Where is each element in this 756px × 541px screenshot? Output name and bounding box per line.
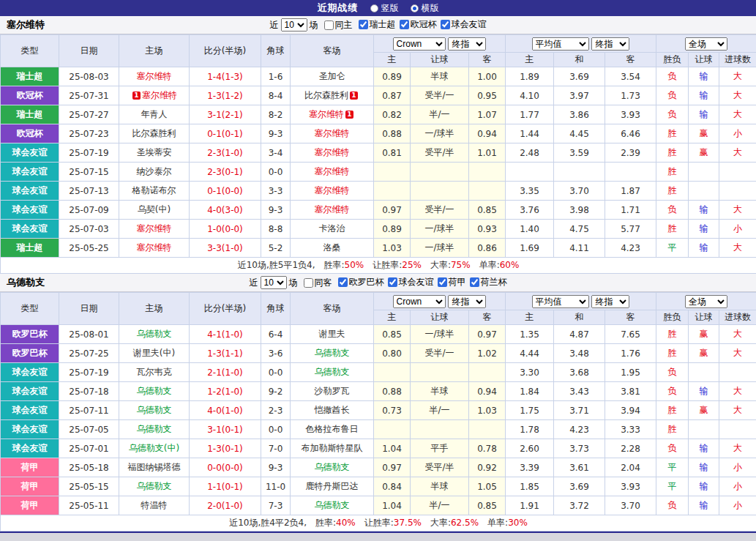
- league-type-badge[interactable]: 欧冠杯: [1, 86, 59, 105]
- team-name[interactable]: 塞尔维特: [315, 185, 350, 195]
- team-name[interactable]: 塞尔维特: [315, 166, 350, 176]
- match-score[interactable]: 2-1(1-0): [190, 363, 261, 382]
- match-score[interactable]: 1-3(1-1): [190, 344, 261, 363]
- team-name[interactable]: 塞尔维特: [142, 90, 177, 100]
- league-checkbox[interactable]: [400, 20, 409, 29]
- team-name[interactable]: 色格拉布鲁日: [306, 424, 359, 434]
- team-name[interactable]: 乌德勒支: [137, 329, 172, 339]
- match-score[interactable]: 2-3(1-0): [190, 143, 261, 163]
- match-score[interactable]: 0-1(0-0): [190, 182, 261, 201]
- league-checkbox[interactable]: [470, 277, 479, 287]
- team-name[interactable]: 乌德勒支: [137, 424, 172, 434]
- team-name[interactable]: 塞尔维特: [137, 242, 172, 253]
- team-name[interactable]: 乌德勒支: [137, 386, 172, 396]
- league-type-badge[interactable]: 荷甲: [1, 458, 59, 477]
- filter-league[interactable]: 瑞士超: [355, 18, 396, 31]
- team-name[interactable]: 比尔森胜利: [132, 128, 176, 138]
- team-name[interactable]: 纳沙泰尔: [137, 166, 172, 176]
- match-score[interactable]: 3-3(1-0): [190, 239, 261, 258]
- match-count-select[interactable]: 10: [281, 18, 307, 31]
- bookmaker-select[interactable]: Crown: [393, 37, 446, 51]
- league-type-badge[interactable]: 球会友谊: [1, 439, 59, 458]
- team-name[interactable]: 比尔森胜利: [304, 90, 348, 100]
- team-name[interactable]: 乌德勒支: [137, 405, 172, 415]
- league-type-badge[interactable]: 球会友谊: [1, 143, 59, 163]
- match-score[interactable]: 4-0(3-0): [190, 201, 261, 220]
- league-checkbox[interactable]: [359, 20, 368, 29]
- team-name[interactable]: 沙勒罗瓦: [315, 386, 350, 396]
- team-name[interactable]: 乌德勒支: [137, 481, 172, 491]
- fullmatch-select[interactable]: 全场: [685, 295, 727, 308]
- league-checkbox[interactable]: [338, 277, 348, 287]
- match-score[interactable]: 1-3(0-1): [190, 439, 261, 458]
- filter-league[interactable]: 欧罗巴杯: [334, 276, 384, 288]
- match-score[interactable]: 4-0(1-0): [190, 401, 261, 420]
- average-final-select[interactable]: 终指: [591, 37, 629, 51]
- team-name[interactable]: 塞尔维特: [315, 147, 350, 157]
- match-score[interactable]: 1-3(1-2): [190, 86, 261, 105]
- league-type-badge[interactable]: 球会友谊: [1, 363, 59, 382]
- team-name[interactable]: 特温特: [141, 500, 168, 510]
- team-name[interactable]: 乌德勒支: [315, 462, 350, 472]
- league-type-badge[interactable]: 球会友谊: [1, 220, 59, 239]
- team-name[interactable]: 鹿特丹斯巴达: [306, 481, 359, 491]
- league-checkbox[interactable]: [438, 277, 447, 287]
- league-type-badge[interactable]: 瑞士超: [1, 239, 59, 258]
- team-name[interactable]: 乌德勒支: [315, 500, 350, 510]
- league-type-badge[interactable]: 球会友谊: [1, 182, 59, 201]
- team-name[interactable]: 乌德勒支(中): [129, 443, 179, 453]
- league-type-badge[interactable]: 荷甲: [1, 496, 59, 515]
- team-name[interactable]: 乌德勒支: [315, 348, 350, 358]
- team-name[interactable]: 洛桑: [323, 242, 341, 253]
- league-checkbox[interactable]: [388, 277, 397, 287]
- team-name[interactable]: 谢里夫: [319, 329, 345, 339]
- team-name[interactable]: 瓦尔韦克: [137, 367, 172, 377]
- team-name[interactable]: 塞尔维特: [315, 128, 350, 138]
- league-type-badge[interactable]: 球会友谊: [1, 382, 59, 401]
- team-name[interactable]: 塞尔维特: [309, 109, 344, 119]
- match-score[interactable]: 3-1(0-1): [190, 420, 261, 439]
- match-score[interactable]: 1-1(0-1): [190, 477, 261, 496]
- fullmatch-select[interactable]: 全场: [685, 37, 727, 51]
- league-type-badge[interactable]: 瑞士超: [1, 67, 59, 86]
- match-score[interactable]: 0-1(0-1): [190, 124, 261, 143]
- team-name[interactable]: 福图纳锡塔德: [128, 462, 181, 472]
- layout-vertical-radio[interactable]: 竖版: [370, 2, 399, 15]
- team-name[interactable]: 年青人: [141, 109, 168, 119]
- average-select[interactable]: 平均值: [532, 37, 589, 51]
- match-count-select[interactable]: 10: [261, 276, 287, 289]
- average-select[interactable]: 平均值: [532, 295, 589, 308]
- filter-league[interactable]: 球会友谊: [437, 18, 487, 31]
- match-score[interactable]: 2-0(1-0): [190, 496, 261, 515]
- match-score[interactable]: 1-0(0-0): [190, 220, 261, 239]
- team-name[interactable]: 塞尔维特: [137, 223, 172, 234]
- league-type-badge[interactable]: 球会友谊: [1, 401, 59, 420]
- filter-league[interactable]: 球会友谊: [384, 276, 434, 288]
- match-score[interactable]: 2-3(0-1): [190, 163, 261, 182]
- filter-league[interactable]: 欧冠杯: [396, 18, 437, 31]
- final-odds-select[interactable]: 终指: [448, 295, 486, 308]
- team-name[interactable]: 布加勒斯特星队: [302, 443, 363, 453]
- league-checkbox[interactable]: [441, 20, 450, 29]
- final-odds-select[interactable]: 终指: [448, 37, 486, 51]
- filter-league[interactable]: 荷兰杯: [466, 276, 507, 288]
- team-name[interactable]: 恺撒酋长: [315, 405, 350, 415]
- league-type-badge[interactable]: 球会友谊: [1, 420, 59, 439]
- league-type-badge[interactable]: 球会友谊: [1, 201, 59, 220]
- team-name[interactable]: 塞尔维特: [315, 204, 350, 214]
- match-score[interactable]: 4-1(1-0): [190, 325, 261, 344]
- match-score[interactable]: 1-4(1-3): [190, 67, 261, 86]
- same-venue-checkbox[interactable]: [324, 20, 334, 30]
- league-type-badge[interactable]: 瑞士超: [1, 105, 59, 124]
- match-score[interactable]: 3-1(2-1): [190, 105, 261, 124]
- match-score[interactable]: 1-2(1-0): [190, 382, 261, 401]
- same-venue-filter[interactable]: 同主: [321, 19, 353, 31]
- team-name[interactable]: 乌德勒支: [315, 367, 350, 377]
- league-type-badge[interactable]: 荷甲: [1, 477, 59, 496]
- team-name[interactable]: 乌契(中): [138, 204, 171, 214]
- team-name[interactable]: 圣埃蒂安: [137, 147, 172, 157]
- team-name[interactable]: 格勒诺布尔: [132, 185, 176, 195]
- league-type-badge[interactable]: 欧罗巴杯: [1, 325, 59, 344]
- league-type-badge[interactable]: 球会友谊: [1, 163, 59, 182]
- layout-horizontal-radio[interactable]: 横版: [411, 2, 439, 15]
